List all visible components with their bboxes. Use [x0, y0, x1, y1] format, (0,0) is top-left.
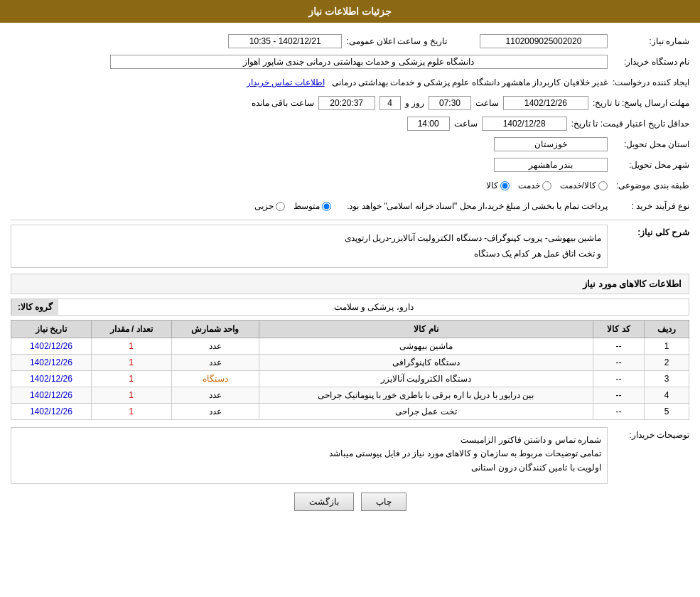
tabaqe-kala-khadamat-radio[interactable] [598, 181, 608, 190]
table-cell: عدد [171, 338, 259, 355]
nam-dastgah-label: نام دستگاه خریدار: [608, 57, 689, 67]
table-cell: -- [593, 404, 644, 420]
notes-line: تمامی توضیحات مربوط به سازمان و کالاهای … [17, 447, 601, 461]
th-nam: نام کالا [259, 321, 593, 338]
table-cell: دستگاه کاپنوگرافی [259, 355, 593, 371]
group-value: دارو، پزشکی و سلامت [58, 299, 689, 315]
noe-jozii-radio[interactable] [276, 202, 285, 211]
page-title: جزئیات اطلاعات نیاز [308, 6, 392, 17]
table-cell: -- [593, 387, 644, 404]
th-tedad: تعداد / مقدار [91, 321, 171, 338]
mohlat-value: 1402/12/26 ساعت 07:30 روز و 4 20:20:37 س… [11, 96, 588, 110]
shenmare-inputs: 1102009025002020 تاریخ و ساعت اعلان عموم… [11, 34, 608, 48]
table-row: 5--تخت عمل جراحیعدد11402/12/26 [11, 404, 689, 420]
row-noe-farayand: نوع فرآیند خرید : پرداخت تمام یا بخشی از… [11, 197, 689, 215]
tawsihat-value: شماره تماس و داشتن فاکتور الزامیستتمامی … [11, 427, 608, 484]
th-kod: کد کالا [593, 321, 644, 338]
table-cell: -- [593, 338, 644, 355]
tawsihat-label: توضیحات خریدار: [608, 427, 689, 440]
table-cell: 3 [645, 371, 689, 387]
ostan-value: خوزستان [11, 137, 608, 151]
table-cell: -- [593, 355, 644, 371]
shahr-field: بندر ماهشهر [494, 158, 608, 172]
kalaها-title: اطلاعات کالاهای مورد نیاز [11, 274, 689, 294]
tabaqe-kala-khadamat-label: کالا/خدمت [560, 181, 596, 190]
table-row: 1--ماشین بیهوشیعدد11402/12/26 [11, 338, 689, 355]
products-table-header-row: ردیف کد کالا نام کالا واحد شمارش تعداد /… [11, 321, 689, 338]
ijad-text: غدیر خلافیان کاربرداز ماهشهر دانشگاه علو… [332, 77, 608, 87]
table-cell: 5 [645, 404, 689, 420]
table-cell: تخت عمل جراحی [259, 404, 593, 420]
print-button[interactable]: چاپ [361, 493, 406, 511]
mohlat-maandeh-field: 20:20:37 [318, 96, 375, 110]
divider-1 [11, 220, 689, 220]
row-tarikh-etibar: حداقل تاریخ اعتبار قیمت: تا تاریخ: 1402/… [11, 114, 689, 133]
table-cell: دستگاه الکترولیت آنالایزر [259, 371, 593, 387]
row-mohlat: مهلت ارسال پاسخ: تا تاریخ: 1402/12/26 سا… [11, 94, 689, 112]
table-cell: 1402/12/26 [11, 371, 92, 387]
table-cell: 1 [91, 404, 171, 420]
ijad-value: غدیر خلافیان کاربرداز ماهشهر دانشگاه علو… [11, 77, 608, 87]
th-tarikh: تاریخ نیاز [11, 321, 92, 338]
row-nam-dastgah: نام دستگاه خریدار: دانشگاه علوم پزشکی و … [11, 53, 689, 71]
products-table-body: 1--ماشین بیهوشیعدد11402/12/262--دستگاه ک… [11, 338, 689, 420]
mohlat-saat-label: ساعت [475, 98, 499, 108]
back-button[interactable]: بازگشت [294, 493, 354, 511]
table-cell: 1402/12/26 [11, 355, 92, 371]
tarikh-saat-field: 1402/12/21 - 10:35 [228, 34, 342, 48]
table-row: 2--دستگاه کاپنوگرافیعدد11402/12/26 [11, 355, 689, 371]
tarikh-etibar-inputs: 1402/12/28 ساعت 14:00 [11, 117, 567, 131]
noe-motevasset-radio[interactable] [322, 202, 331, 211]
row-ijad: ایجاد کننده درخواست: غدیر خلافیان کاربرد… [11, 73, 689, 92]
table-cell: عدد [171, 355, 259, 371]
noe-motevasset-label: متوسط [294, 201, 320, 211]
bottom-buttons: چاپ بازگشت [11, 493, 689, 511]
shahr-value: بندر ماهشهر [11, 158, 608, 172]
noe-text: پرداخت تمام یا بخشی از مبلغ خرید،از محل … [347, 201, 608, 211]
mohlat-rooz-field: 4 [379, 96, 401, 110]
table-cell: 1 [91, 355, 171, 371]
group-row: دارو، پزشکی و سلامت گروه کالا: [11, 298, 689, 316]
tabaqe-khadamat-radio[interactable] [542, 181, 551, 190]
notes-line: شماره تماس و داشتن فاکتور الزامیست [17, 434, 601, 447]
tabaqe-kala-radio[interactable] [500, 181, 510, 190]
nam-dastgah-field: دانشگاه علوم پزشکی و خدمات بهداشتی درمان… [110, 55, 608, 69]
nam-dastgah-value: دانشگاه علوم پزشکی و خدمات بهداشتی درمان… [11, 55, 608, 69]
table-cell: 1402/12/26 [11, 338, 92, 355]
row-shahr: شهر محل تحویل: بندر ماهشهر [11, 156, 689, 174]
row-tabaqe: طبقه بندی موضوعی: کالا/خدمت خدمت کالا [11, 176, 689, 195]
shahr-label: شهر محل تحویل: [608, 160, 689, 170]
shenmare-value: 1102009025002020 تاریخ و ساعت اعلان عموم… [11, 34, 608, 48]
noe-jozii-item[interactable]: جزیی [254, 201, 285, 211]
ostan-field: خوزستان [494, 137, 608, 151]
sharh-line1: ماشین بیهوشی- پروب کپنوگراف- دستگاه الکت… [17, 231, 601, 247]
page-wrapper: جزئیات اطلاعات نیاز شماره نیاز: 11020090… [0, 0, 700, 597]
table-cell: 2 [645, 355, 689, 371]
group-label: گروه کالا: [11, 299, 58, 315]
tabaqe-kala-item[interactable]: کالا [486, 181, 510, 190]
table-cell: 1 [91, 371, 171, 387]
sharh-line2: و تخت اتاق عمل هر کدام یک دستگاه [17, 247, 601, 262]
table-row: 4--بین درایور با دریل با اره برقی با باط… [11, 387, 689, 404]
page-header: جزئیات اطلاعات نیاز [0, 0, 700, 23]
mohlat-inputs: 1402/12/26 ساعت 07:30 روز و 4 20:20:37 س… [11, 96, 588, 110]
noe-motevasset-item[interactable]: متوسط [294, 201, 331, 211]
row-tawsihat: توضیحات خریدار: شماره تماس و داشتن فاکتو… [11, 427, 689, 484]
row-sharh: شرح کلی نیاز: ماشین بیهوشی- پروب کپنوگرا… [11, 225, 689, 268]
mohlat-label: مهلت ارسال پاسخ: تا تاریخ: [588, 98, 689, 108]
table-cell: بین درایور با دریل با اره برقی با باطری … [259, 387, 593, 404]
ijad-link[interactable]: اطلاعات تماس خریدار [247, 77, 325, 87]
mohlat-date-field: 1402/12/26 [503, 96, 588, 110]
table-cell: 1 [91, 338, 171, 355]
row-ostan: استان محل تحویل: خوزستان [11, 135, 689, 154]
tarikh-etibar-saat-field: 14:00 [407, 117, 450, 131]
tabaqe-khadamat-item[interactable]: خدمت [518, 181, 551, 190]
tarikh-etibar-date-field: 1402/12/28 [482, 117, 567, 131]
products-table: ردیف کد کالا نام کالا واحد شمارش تعداد /… [11, 320, 689, 420]
sharh-box: ماشین بیهوشی- پروب کپنوگراف- دستگاه الکت… [11, 225, 608, 268]
ijad-label: ایجاد کننده درخواست: [608, 77, 689, 87]
tabaqe-kala-khadamat-item[interactable]: کالا/خدمت [560, 181, 608, 190]
content-area: شماره نیاز: 1102009025002020 تاریخ و ساع… [0, 23, 700, 527]
table-cell: -- [593, 371, 644, 387]
table-cell: ماشین بیهوشی [259, 338, 593, 355]
